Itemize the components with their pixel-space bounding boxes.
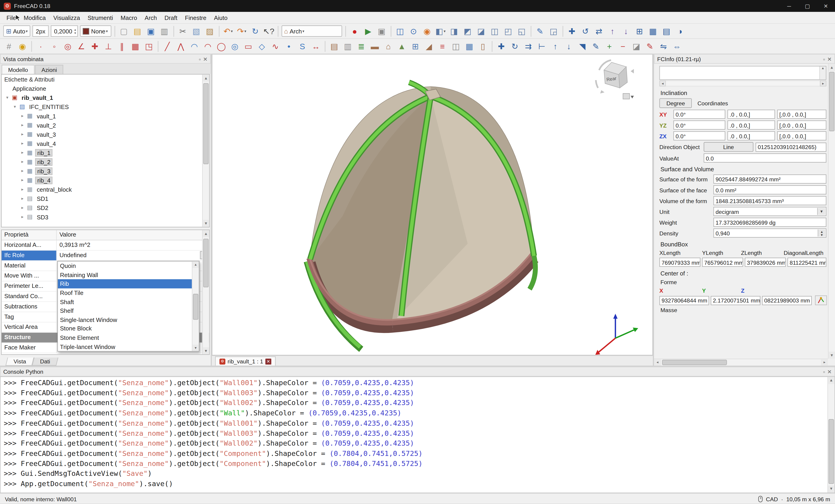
measure-icon[interactable]: ✚ [565, 24, 578, 38]
chevron-down-icon[interactable]: ▼ [817, 208, 825, 215]
draft-upgrade-icon[interactable]: ↑ [549, 40, 562, 52]
panel-close-icon[interactable]: ✕ [203, 56, 208, 62]
center-z-field[interactable]: 08221989003 mm [762, 296, 812, 305]
draft-edit-icon[interactable]: ✎ [589, 40, 603, 52]
arch-axis-icon[interactable]: ≡ [435, 40, 449, 52]
xy-angle-field[interactable]: 0.0° [673, 110, 725, 119]
arch-floor-icon[interactable]: ▬ [368, 40, 382, 52]
property-value[interactable]: 0,3913 m^2 [57, 240, 209, 250]
expander-icon[interactable]: ▸ [19, 214, 26, 219]
copy-icon[interactable]: ▧ [189, 24, 203, 38]
dropdown-option-shelf[interactable]: Shelf [58, 306, 192, 315]
tree-item-sd2[interactable]: ▸▤SD2 [2, 203, 209, 212]
volume-form-field[interactable]: 1848.2135088145733 mm³ [713, 196, 826, 205]
fcinfo-plot-area[interactable]: ▲ [659, 66, 826, 80]
workingplane-auto-selector[interactable]: ⊞Auto▾ [3, 25, 30, 37]
center-y-field[interactable]: 2.1720071501 mm [711, 296, 760, 305]
dropdown-option-shaft[interactable]: Shaft [58, 297, 192, 306]
draft-mirror-icon[interactable]: ⇋ [657, 40, 670, 52]
zx-coord-field-2[interactable]: [,0.0 , 0.0,] [777, 131, 827, 140]
tree-item-rib_2[interactable]: ▸▦rib_2 [2, 157, 209, 166]
draft-shape2dview-icon[interactable]: ◪ [630, 40, 643, 52]
snap-endpoint-icon[interactable]: ∙ [34, 40, 48, 52]
expander-icon[interactable]: ▸ [19, 178, 26, 183]
navcube-menu-icon[interactable] [623, 93, 634, 99]
lower-window-icon[interactable]: ↓ [619, 24, 633, 38]
unit-combo[interactable]: decigram ▼ [713, 207, 826, 216]
tree-item-vault_3[interactable]: ▸▦vault_3 [2, 130, 209, 139]
tab-azioni[interactable]: Azioni [35, 65, 63, 74]
fit-all-icon[interactable]: ◉ [420, 24, 434, 38]
tree-item-rib_4[interactable]: ▸▦rib_4 [2, 176, 209, 185]
tab-dati[interactable]: Dati [32, 357, 58, 365]
snap-lock-icon[interactable]: ◉ [16, 40, 29, 52]
top-view-icon[interactable]: ◩ [461, 24, 474, 38]
draft-rectangle-icon[interactable]: ▭ [242, 40, 255, 52]
draft-shapestring-icon[interactable]: S [296, 40, 309, 52]
menu-aiuto[interactable]: Aiuto [210, 13, 231, 22]
property-scrollbar[interactable]: ▲ ▼ [202, 230, 209, 354]
arch-window-icon[interactable]: ⊞ [409, 40, 422, 52]
box-selection-icon[interactable]: ◫ [393, 24, 407, 38]
plot-scrollbar[interactable]: ▲ [819, 66, 826, 80]
3d-viewport[interactable]: Rear [212, 54, 653, 355]
dropdown-option-stone-element[interactable]: Stone Element [58, 333, 192, 342]
draft-stretch-icon[interactable]: ⇔ [670, 40, 684, 52]
python-console[interactable]: ▲ ▼ >>> FreeCADGui.getDocument("Senza_no… [0, 376, 835, 493]
diagonallength-field[interactable]: 811225421 mm [787, 258, 826, 267]
arch-wall-icon[interactable]: ▤ [327, 40, 341, 52]
expander-icon[interactable]: ▾ [12, 104, 19, 109]
density-spinbox[interactable]: 0,940 ▲▼ [713, 229, 826, 238]
scroll-right-icon[interactable]: ▸ [820, 80, 826, 86]
tree-item-rib_1[interactable]: ▸▦rib_1 [2, 148, 209, 157]
fcinfo-vscrollbar[interactable]: ▲ ▼ [828, 64, 835, 359]
zoom-icon[interactable]: ⊙ [407, 24, 420, 38]
dropdown-option-roof-tile[interactable]: Roof Tile [58, 288, 192, 297]
dropdown-option-rib[interactable]: Rib [58, 279, 192, 288]
draft-point-icon[interactable]: • [282, 40, 296, 52]
tab-modello[interactable]: Modello [2, 65, 34, 74]
dropdown-option-retaining-wall[interactable]: Retaining Wall [58, 270, 192, 279]
menu-draft[interactable]: Draft [161, 13, 181, 22]
sphere-display-icon[interactable]: ◑ [673, 24, 687, 38]
scroll-up-icon[interactable]: ▲ [192, 261, 199, 268]
expander-icon[interactable]: ▸ [19, 205, 26, 210]
panel-float-icon[interactable]: ▫ [823, 56, 825, 62]
expander-icon[interactable]: ▸ [19, 196, 26, 201]
arch-building-icon[interactable]: ⌂ [382, 40, 395, 52]
close-button[interactable]: ✕ [817, 0, 835, 12]
navigation-cube[interactable]: Rear [596, 60, 634, 94]
raise-window-icon[interactable]: ↑ [606, 24, 619, 38]
tab-close-icon[interactable]: ✕ [265, 358, 271, 364]
print-icon[interactable]: ▥ [158, 24, 171, 38]
console-scrollbar[interactable]: ▲ ▼ [828, 377, 835, 492]
open-icon[interactable]: ▤ [130, 24, 144, 38]
draft-fillet-icon[interactable]: ◠ [187, 40, 201, 52]
draft-delpoint-icon[interactable]: − [616, 40, 630, 52]
draft-downgrade-icon[interactable]: ↓ [562, 40, 576, 52]
panel-close-icon[interactable]: ✕ [827, 56, 832, 62]
spreadsheet-icon[interactable]: ▤ [660, 24, 673, 38]
surface-form-field[interactable]: 9025447.884992724 mm² [713, 174, 826, 184]
paste-icon[interactable]: ▨ [203, 24, 217, 38]
minimize-button[interactable]: ─ [780, 0, 798, 12]
menu-arch[interactable]: Arch [141, 13, 161, 22]
draft-addpoint-icon[interactable]: + [603, 40, 616, 52]
draft-bspline-icon[interactable]: ∿ [268, 40, 282, 52]
redo-icon[interactable]: ↷▾ [235, 24, 248, 38]
tree-item-sd1[interactable]: ▸▤SD1 [2, 194, 209, 203]
spin-arrows-icon[interactable]: ▲▼ [818, 229, 826, 236]
grid-toggle-icon[interactable]: # [2, 40, 16, 52]
rib-vault-model[interactable] [307, 82, 535, 350]
draft-arc-icon[interactable]: ◠ [201, 40, 215, 52]
draft-rotate-icon[interactable]: ↻ [508, 40, 522, 52]
scroll-left-icon[interactable]: ◂ [654, 359, 661, 365]
tree-scrollbar[interactable]: ▲ ▼ [202, 75, 209, 227]
left-view-icon[interactable]: ◱ [515, 24, 528, 38]
xy-coord-field-2[interactable]: [,0.0 , 0.0,] [777, 110, 827, 119]
arch-schedule-icon[interactable]: ▦ [463, 40, 476, 52]
expander-icon[interactable]: ▸ [19, 141, 26, 146]
valueat-field[interactable]: 0.0 [704, 153, 826, 163]
tree-item-vault_4[interactable]: ▸▦vault_4 [2, 139, 209, 148]
scroll-left-icon[interactable]: ◂ [659, 80, 666, 86]
